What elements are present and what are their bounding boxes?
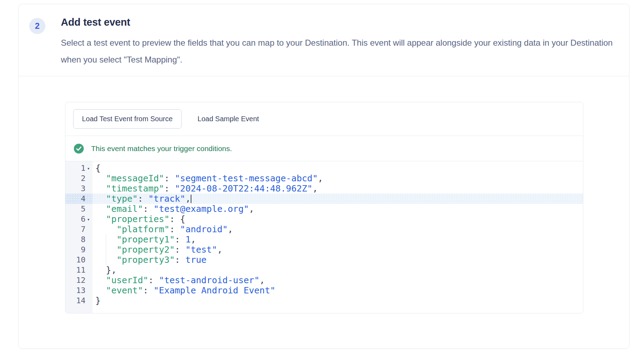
step-description: Select a test event to preview the field… bbox=[61, 34, 614, 68]
line-number: 8 bbox=[65, 234, 93, 245]
line-number: 7 bbox=[65, 224, 93, 234]
indent-guide bbox=[106, 245, 106, 255]
code-line[interactable]: "timestamp": "2024-08-20T22:44:48.962Z", bbox=[93, 183, 583, 194]
load-test-event-button[interactable]: Load Test Event from Source bbox=[73, 109, 182, 129]
line-number: 1▾ bbox=[65, 163, 93, 173]
line-number: 5 bbox=[65, 204, 93, 214]
line-number: 12 bbox=[65, 275, 93, 285]
code-line[interactable]: "userId": "test-android-user", bbox=[93, 275, 583, 285]
step-number-badge: 2 bbox=[29, 18, 45, 34]
code-line[interactable]: "type": "track", bbox=[93, 194, 583, 204]
trigger-match-status: This event matches your trigger conditio… bbox=[65, 136, 583, 161]
load-sample-event-button[interactable]: Load Sample Event bbox=[198, 115, 259, 123]
code-line[interactable]: "event": "Example Android Event" bbox=[93, 285, 583, 295]
line-number: 9 bbox=[65, 245, 93, 255]
editor-code-area[interactable]: { "messageId": "segment-test-message-abc… bbox=[93, 161, 583, 313]
line-number: 13 bbox=[65, 285, 93, 295]
line-number: 14 bbox=[65, 295, 93, 306]
line-number: 10 bbox=[65, 255, 93, 265]
check-circle-icon bbox=[74, 144, 84, 154]
line-number: 2 bbox=[65, 173, 93, 183]
code-line[interactable]: "property2": "test", bbox=[93, 245, 583, 255]
fold-arrow-icon[interactable]: ▾ bbox=[87, 217, 90, 222]
step-card: 2 Add test event Select a test event to … bbox=[18, 4, 629, 349]
line-number: 4 bbox=[65, 194, 93, 204]
status-message: This event matches your trigger conditio… bbox=[91, 144, 232, 153]
line-number: 11 bbox=[65, 265, 93, 275]
code-line[interactable]: "email": "test@example.org", bbox=[93, 204, 583, 214]
code-line[interactable]: { bbox=[93, 163, 583, 173]
line-number: 3 bbox=[65, 183, 93, 194]
editor-gutter: 1▾23456▾7891011121314 bbox=[65, 161, 93, 313]
page-title: Add test event bbox=[61, 17, 614, 28]
json-code-editor[interactable]: 1▾23456▾7891011121314 { "messageId": "se… bbox=[65, 161, 583, 313]
indent-guide bbox=[106, 255, 106, 265]
fold-arrow-icon[interactable]: ▾ bbox=[87, 166, 90, 171]
code-line[interactable]: "properties": { bbox=[93, 214, 583, 224]
indent-guide bbox=[106, 234, 106, 245]
code-line[interactable]: }, bbox=[93, 265, 583, 275]
code-line[interactable]: "platform": "android", bbox=[93, 224, 583, 234]
event-loader-toolbar: Load Test Event from Source Load Sample … bbox=[65, 102, 583, 136]
text-cursor bbox=[191, 195, 191, 203]
code-line[interactable]: "messageId": "segment-test-message-abcd"… bbox=[93, 173, 583, 183]
code-line[interactable]: } bbox=[93, 295, 583, 306]
code-line[interactable]: "property3": true bbox=[93, 255, 583, 265]
step-header: 2 Add test event Select a test event to … bbox=[19, 4, 629, 76]
code-line[interactable]: "property1": 1, bbox=[93, 234, 583, 245]
test-event-panel: Load Test Event from Source Load Sample … bbox=[65, 102, 583, 313]
line-number: 6▾ bbox=[65, 214, 93, 224]
